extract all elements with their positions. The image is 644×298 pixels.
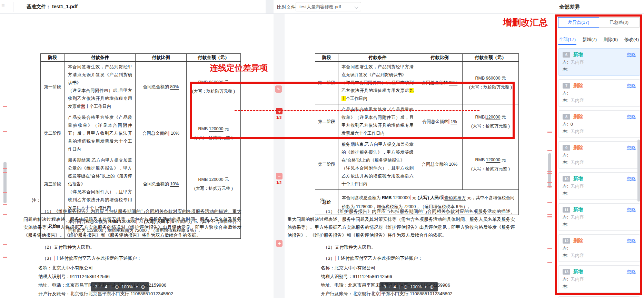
text-segment: RMB: [198, 126, 209, 131]
text-segment: 产品安装合格甲方签发《产品质量验收单》（详见本合同附件五）后，且甲方收到乙方依法…: [341, 107, 414, 136]
ignore-link[interactable]: 忽略: [627, 238, 636, 244]
diff-filter[interactable]: 新增(7): [582, 37, 597, 45]
text-segment: 元: [501, 115, 506, 120]
text-segment: （详见本合同附件四）后,且甲方收到乙方依法开具的增值税专用发票后: [341, 80, 414, 93]
zoom-in-icon[interactable]: ⊕: [429, 284, 434, 290]
page-current: 3: [95, 284, 97, 289]
diff-type-label: 删除: [573, 114, 583, 120]
column-header: 付款条件: [338, 54, 417, 62]
left-diff-scrollbar[interactable]: [3, 16, 7, 296]
diff-card[interactable]: 6新增忽略左:无内容右:: [558, 48, 640, 76]
tab-ignored[interactable]: 已忽略(0): [599, 17, 640, 28]
diff-card-header: 11新增忽略: [563, 207, 636, 213]
text-segment: 服务期结束,乙方向甲方提交加盖公章的《维护服务报告》，甲方签发等级在“合格”以上…: [68, 158, 132, 186]
zoom-out-icon[interactable]: ⊖: [115, 284, 119, 290]
menu-hamburger-icon[interactable]: ≡: [1, 3, 5, 10]
toolbar-separator: |: [399, 284, 400, 289]
diff-card[interactable]: 8删除忽略左:0右:无内容: [558, 110, 640, 138]
text-segment: (大写：拾贰万元整 ): [194, 135, 233, 140]
diff-card[interactable]: 13新增忽略左:无内容右:: [558, 265, 640, 293]
left-line: 左:无内容: [563, 276, 636, 282]
panel-scrollbar-thumb[interactable]: [637, 140, 640, 202]
diff-add-marker-icon[interactable]: ＋: [276, 108, 283, 114]
diff-tick: [3, 172, 7, 173]
diff-filter[interactable]: 删除(6): [603, 37, 618, 45]
condition-cell: 本合同签署生效，产品到货经甲方清点无误并签发《产品到货确认书》（详见本合同附件四…: [65, 62, 136, 112]
text-segment: 十个工作日内: [85, 104, 111, 109]
diff-card[interactable]: 12删除忽略左:右:无内容: [558, 234, 640, 262]
ignore-link[interactable]: 忽略: [627, 52, 636, 58]
side-label: 右:: [563, 160, 568, 165]
zoom-out-icon[interactable]: ⊖: [403, 284, 408, 290]
right-line: 右:无内容: [563, 253, 636, 258]
ignore-link[interactable]: 忽略: [627, 145, 636, 151]
diff-number-badge: 11: [563, 207, 570, 213]
diff-tick: [3, 168, 7, 169]
annotate-pen-icon[interactable]: ✎: [275, 85, 282, 93]
note-paragraph: （2）支付币种为人民币。: [287, 243, 515, 251]
page-toolbar-left: 3 / 4 | ⊖ 100% ▼ ⊕: [91, 282, 149, 291]
text-segment: 120000: [486, 157, 501, 162]
base-file-label-text: 基准文件：: [27, 4, 51, 9]
diff-add-marker-icon[interactable]: ＋: [276, 240, 283, 247]
diff-type-label: 删除: [573, 238, 583, 244]
note-paragraph: （1）《维护服务报告》内容应当包括服务期间的与合同相关条款对应的各项服务活动的描…: [23, 207, 241, 239]
diff-number-badge: 9: [563, 145, 570, 151]
diff-value: 无内容: [571, 253, 584, 258]
note-heading: 注：: [320, 196, 529, 204]
ignore-link[interactable]: 忽略: [627, 114, 636, 120]
note-paragraph: （2）支付币种为人民币。: [23, 243, 241, 251]
column-header: 付款条件: [65, 54, 136, 62]
diff-remove-marker-icon[interactable]: －: [276, 173, 283, 179]
diff-value: 无内容: [571, 277, 584, 282]
text-segment: 上述付款应付至乙方在此指定的下述账户：: [55, 256, 141, 261]
zoom-dropdown-icon[interactable]: ▼: [424, 285, 427, 289]
zoom-in-icon[interactable]: ⊕: [141, 284, 145, 290]
side-label: 左:: [563, 122, 568, 127]
ignore-link[interactable]: 忽略: [627, 176, 636, 182]
ratio-cell: 合同总金额的 1%: [417, 104, 463, 139]
text-segment: 纳税人识别号：9111124586142566: [38, 274, 110, 279]
diff-number-badge: 8: [563, 114, 570, 120]
diff-card[interactable]: 10新增忽略左:无内容右:: [558, 172, 640, 200]
diff-card-header: 9删除忽略: [563, 145, 636, 151]
amount-caps: (大写：拾贰万元整 ): [187, 135, 240, 141]
diff-card[interactable]: 14修改忽略左:右:: [558, 296, 640, 298]
diff-tick: [547, 202, 552, 203]
tab-differences[interactable]: 差异点(17): [558, 17, 599, 28]
text-segment: 元: [500, 157, 506, 162]
stage-cell: 第一阶段: [41, 62, 65, 112]
diff-card[interactable]: 7删除忽略左:右:无内容: [558, 79, 640, 107]
diff-tick: [547, 182, 552, 183]
diff-card-header: 10新增忽略: [563, 176, 636, 182]
diff-tick: [3, 192, 7, 193]
diff-card-header: 6新增忽略: [563, 52, 636, 58]
note-heading: 注：: [32, 196, 251, 204]
ignore-link[interactable]: 忽略: [627, 207, 636, 213]
base-pane-header: ≡ 基准文件： test1_1.pdf: [0, 0, 266, 14]
text-segment: RMB 960000 元: [475, 76, 506, 81]
contract-table: 阶段付款条件付款比例付款金额（元）第一阶段本合同签署生效，产品到货经甲方清点无误…: [315, 53, 519, 215]
ignore-link[interactable]: 忽略: [627, 83, 636, 89]
ignore-link[interactable]: 忽略: [627, 269, 636, 275]
diff-card[interactable]: 9删除忽略左:右:无内容: [558, 141, 640, 169]
diff-filter[interactable]: 修改(4): [624, 37, 639, 45]
text-segment: （2）支付币种为人民币。: [42, 245, 95, 250]
amount-caps: (大写：拾贰万元整 ): [463, 123, 518, 129]
text-segment: 80%: [449, 80, 457, 85]
text-segment: 10%: [170, 182, 179, 186]
amount-cell: RMB 120000 元(大写：拾贰万元整 ): [187, 112, 241, 155]
diff-filter[interactable]: 全部(17): [559, 37, 576, 45]
text-segment: (大写：拾贰万元整 ): [194, 186, 233, 191]
column-header: 阶段: [41, 54, 65, 62]
amount-caps: (大写：拾贰万元整 ): [187, 186, 240, 192]
right-diff-scrollbar[interactable]: [547, 16, 552, 296]
diff-tick: [3, 214, 7, 215]
zoom-dropdown-icon[interactable]: ▼: [135, 285, 138, 289]
condition-cell: 产品安装合格甲方签发《产品质量验收单》（详见本合同附件五）后，且甲方收到乙方依法…: [65, 112, 136, 155]
amount-value: RMB 120000 元: [463, 114, 518, 120]
diff-tick: [547, 248, 552, 249]
diff-card[interactable]: 11新增忽略左:无内容右:: [558, 203, 640, 231]
amount-value: RMB 960000 元: [463, 75, 518, 81]
compare-file-select[interactable]: test大量内容修改.pdf: [296, 2, 361, 11]
